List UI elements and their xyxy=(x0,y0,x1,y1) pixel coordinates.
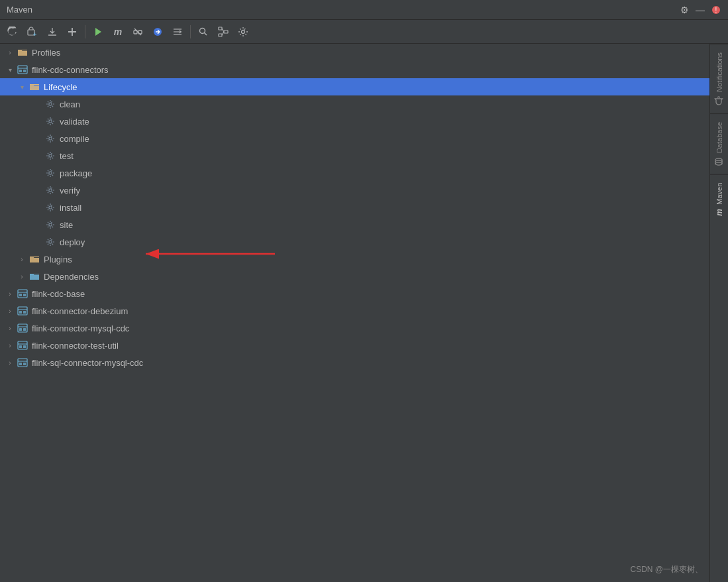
gear-icon xyxy=(45,185,56,196)
tree-item-label: install xyxy=(60,203,81,213)
expand-icon[interactable]: › xyxy=(5,306,15,316)
svg-rect-48 xyxy=(23,345,26,348)
add-button[interactable] xyxy=(64,23,81,40)
tree-item-flink-cdc-base[interactable]: › flink-cdc-base xyxy=(0,285,709,302)
toggle-button[interactable] xyxy=(149,23,166,40)
tree-item-clean[interactable]: clean xyxy=(0,95,709,113)
tree-item-install[interactable]: install xyxy=(0,199,709,216)
tree-item-flink-connector-mysql-cdc[interactable]: › flink-connector-mysql-cdc xyxy=(0,320,709,337)
module-icon xyxy=(17,306,28,316)
collapse-button[interactable] xyxy=(169,23,186,40)
tree-item-flink-sql-connector-mysql-cdc[interactable]: › flink-sql-connector-mysql-cdc xyxy=(0,354,709,371)
tree-item-verify[interactable]: verify xyxy=(0,182,709,199)
svg-rect-36 xyxy=(23,294,26,296)
svg-point-19 xyxy=(242,30,245,33)
gear-icon xyxy=(45,237,56,247)
gear-icon xyxy=(45,150,56,161)
maven-m-button[interactable]: m xyxy=(109,23,127,40)
svg-point-24 xyxy=(49,103,52,105)
tree-item-label: flink-sql-connector-mysql-cdc xyxy=(32,358,143,368)
window-controls: ⚙ — ! xyxy=(679,5,721,15)
svg-point-53 xyxy=(716,162,723,165)
search-button[interactable] xyxy=(195,23,212,40)
svg-point-27 xyxy=(49,154,52,157)
tree-item-test[interactable]: test xyxy=(0,147,709,164)
svg-point-12 xyxy=(200,28,205,33)
tree-item-compile[interactable]: compile xyxy=(0,130,709,147)
toolbar: + m xyxy=(0,20,728,44)
tree-item-label: deploy xyxy=(60,237,85,247)
tree-item-validate[interactable]: validate xyxy=(0,113,709,130)
minimize-button[interactable]: — xyxy=(695,5,705,15)
toolbar-separator-1 xyxy=(85,25,85,38)
svg-rect-22 xyxy=(19,70,22,72)
gear-icon xyxy=(45,219,56,230)
sidebar-tab-database[interactable]: Database xyxy=(710,113,728,174)
tree-item-lifecycle[interactable]: ▾ Lifecycle xyxy=(0,78,709,95)
maven-icon: m xyxy=(715,209,724,216)
gear-icon xyxy=(45,202,56,213)
tree-item-flink-cdc-connectors[interactable]: ▾ flink-cdc-connectors xyxy=(0,61,709,78)
tree-item-label: flink-connector-test-util xyxy=(32,341,119,351)
tree-item-dependencies[interactable]: › Dependencies xyxy=(0,268,709,285)
svg-rect-47 xyxy=(19,345,22,348)
tree-item-package[interactable]: package xyxy=(0,164,709,182)
svg-rect-15 xyxy=(219,34,222,36)
download-button[interactable] xyxy=(44,23,61,40)
tree-item-flink-connector-test-util[interactable]: › flink-connector-test-util xyxy=(0,337,709,354)
svg-text:!: ! xyxy=(715,7,717,14)
tree-item-label: test xyxy=(60,151,74,161)
svg-point-30 xyxy=(49,206,52,209)
refresh-button[interactable] xyxy=(4,23,21,40)
maven-tree-panel[interactable]: › Profiles▾ flink-cdc-connectors▾ Lifecy… xyxy=(0,44,709,582)
svg-point-29 xyxy=(49,189,52,192)
close-button[interactable]: ! xyxy=(711,5,721,15)
tree-item-label: flink-cdc-connectors xyxy=(32,65,109,75)
expand-icon[interactable]: › xyxy=(5,48,15,57)
svg-rect-45 xyxy=(18,341,27,349)
svg-rect-23 xyxy=(23,70,26,72)
sidebar-tab-notifications[interactable]: Notifications xyxy=(710,44,728,113)
notifications-icon xyxy=(715,96,724,105)
module-icon xyxy=(17,357,28,368)
toolbar-separator-2 xyxy=(190,25,191,38)
tree-item-plugins[interactable]: › Plugins xyxy=(0,251,709,268)
expand-icon[interactable]: › xyxy=(17,272,26,281)
sidebar-tab-maven[interactable]: m Maven xyxy=(710,174,728,224)
collapse-icon[interactable]: ▾ xyxy=(5,65,15,74)
svg-rect-35 xyxy=(19,294,22,296)
tree-item-label: compile xyxy=(60,134,89,144)
settings-tool-button[interactable] xyxy=(234,23,252,40)
tree-item-label: validate xyxy=(60,117,89,127)
add-maven-button[interactable]: + xyxy=(24,23,41,40)
expand-icon[interactable]: › xyxy=(5,323,15,333)
svg-rect-44 xyxy=(23,328,26,331)
expand-icon[interactable]: › xyxy=(5,289,15,298)
main-layout: › Profiles▾ flink-cdc-connectors▾ Lifecy… xyxy=(0,44,728,582)
notifications-label: Notifications xyxy=(715,52,723,92)
svg-line-17 xyxy=(222,29,224,32)
tree-item-label: flink-connector-debezium xyxy=(32,306,128,316)
svg-line-13 xyxy=(205,32,207,35)
svg-rect-52 xyxy=(23,363,26,365)
tree-item-deploy[interactable]: deploy xyxy=(0,233,709,251)
tree-item-site[interactable]: site xyxy=(0,216,709,233)
skip-test-button[interactable] xyxy=(129,23,146,40)
svg-rect-49 xyxy=(18,359,27,367)
tree-item-label: flink-cdc-base xyxy=(32,289,85,299)
tree-item-profiles[interactable]: › Profiles xyxy=(0,44,709,61)
expand-icon[interactable]: › xyxy=(17,255,26,264)
tree-item-flink-connector-debezium[interactable]: › flink-connector-debezium xyxy=(0,302,709,320)
tree-view-button[interactable] xyxy=(215,23,232,40)
module-icon xyxy=(17,340,28,351)
svg-text:+: + xyxy=(33,31,36,37)
collapse-icon[interactable]: ▾ xyxy=(17,82,26,91)
settings-button[interactable]: ⚙ xyxy=(679,5,690,15)
expand-icon[interactable]: › xyxy=(5,341,15,350)
svg-point-31 xyxy=(49,223,52,226)
title-bar: Maven ⚙ — ! xyxy=(0,0,728,20)
tree-item-label: Dependencies xyxy=(44,272,99,282)
svg-rect-51 xyxy=(19,363,22,365)
run-button[interactable] xyxy=(89,23,107,40)
expand-icon[interactable]: › xyxy=(5,358,15,367)
